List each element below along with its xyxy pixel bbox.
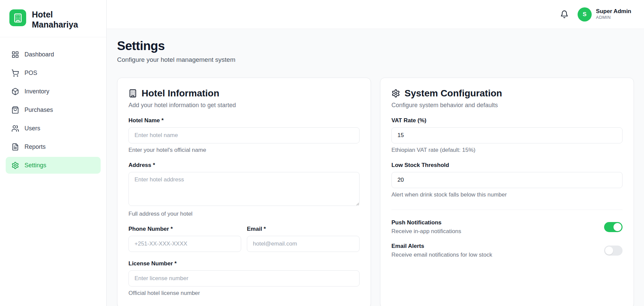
hotel-information-card: Hotel Information Add your hotel informa… — [117, 78, 371, 306]
users-icon — [11, 125, 19, 132]
dashboard-grid-icon — [11, 51, 19, 58]
low-stock-input[interactable] — [391, 172, 623, 188]
vat-label: VAT Rate (%) — [391, 117, 623, 124]
low-stock-help: Alert when drink stock falls below this … — [391, 191, 623, 198]
notifications-button[interactable] — [560, 10, 569, 18]
hotel-name-field-group: Hotel Name * Enter your hotel's official… — [128, 117, 360, 154]
sidebar-item-label: Purchases — [24, 106, 53, 114]
user-role: ADMIN — [596, 15, 631, 20]
file-text-icon — [11, 143, 19, 151]
address-help: Full address of your hotel — [128, 211, 360, 217]
address-textarea[interactable] — [128, 172, 360, 206]
push-notifications-desc: Receive in-app notifications — [391, 228, 461, 235]
email-alerts-row: Email Alerts Receive email notifications… — [391, 243, 623, 258]
phone-input[interactable] — [128, 236, 241, 252]
main-area: S Super Admin ADMIN Settings Configure y… — [107, 0, 644, 306]
email-alerts-toggle[interactable] — [604, 246, 623, 256]
bell-icon — [560, 10, 569, 18]
vat-field-group: VAT Rate (%) Ethiopian VAT rate (default… — [391, 117, 623, 154]
system-configuration-card: System Configuration Configure system be… — [380, 78, 634, 306]
sidebar: Hotel Manahariya Dashboard — [0, 0, 107, 306]
hotel-name-input[interactable] — [128, 127, 360, 143]
push-notifications-text: Push Notifications Receive in-app notifi… — [391, 219, 461, 235]
sidebar-item-label: POS — [24, 70, 37, 77]
address-label: Address * — [128, 162, 360, 169]
sidebar-nav: Dashboard POS Inventory — [0, 37, 106, 184]
page-subtitle: Configure your hotel management system — [117, 56, 634, 63]
sidebar-item-label: Dashboard — [24, 51, 54, 58]
sidebar-item-reports[interactable]: Reports — [6, 138, 101, 155]
card-subtitle: Configure system behavior and defaults — [391, 102, 623, 109]
user-name: Super Admin — [596, 8, 631, 15]
sidebar-item-label: Inventory — [24, 88, 49, 95]
vat-input[interactable] — [391, 127, 623, 143]
email-input[interactable] — [247, 236, 360, 252]
phone-label: Phone Number * — [128, 226, 241, 232]
gear-icon — [11, 162, 19, 169]
shopping-bag-icon — [11, 106, 19, 114]
email-alerts-label: Email Alerts — [391, 243, 492, 250]
sidebar-item-inventory[interactable]: Inventory — [6, 83, 101, 100]
license-field-group: License Number * Official hotel license … — [128, 260, 360, 297]
push-notifications-label: Push Notifications — [391, 219, 461, 226]
avatar: S — [578, 7, 592, 21]
card-title-text: Hotel Information — [142, 88, 219, 99]
card-subtitle: Add your hotel information to get starte… — [128, 102, 360, 109]
settings-page: Settings Configure your hotel management… — [107, 29, 644, 306]
email-alerts-text: Email Alerts Receive email notifications… — [391, 243, 492, 258]
address-field-group: Address * Full address of your hotel — [128, 162, 360, 217]
phone-field-group: Phone Number * — [128, 226, 241, 252]
sidebar-item-settings[interactable]: Settings — [6, 157, 101, 174]
cards-row: Hotel Information Add your hotel informa… — [117, 78, 634, 306]
low-stock-label: Low Stock Threshold — [391, 162, 623, 169]
email-label: Email * — [247, 226, 360, 232]
user-menu[interactable]: S Super Admin ADMIN — [578, 7, 631, 21]
page-title: Settings — [117, 39, 634, 53]
vat-help: Ethiopian VAT rate (default: 15%) — [391, 147, 623, 154]
sidebar-item-pos[interactable]: POS — [6, 64, 101, 81]
sidebar-item-label: Settings — [24, 162, 46, 169]
package-icon — [11, 88, 19, 95]
card-title-text: System Configuration — [405, 88, 502, 99]
gear-icon — [391, 89, 400, 98]
system-configuration-header: System Configuration — [391, 88, 623, 99]
user-info: Super Admin ADMIN — [596, 8, 631, 20]
sidebar-item-users[interactable]: Users — [6, 120, 101, 137]
notification-toggles-section: Push Notifications Receive in-app notifi… — [391, 210, 623, 258]
brand: Hotel Manahariya — [0, 0, 106, 37]
sidebar-item-dashboard[interactable]: Dashboard — [6, 46, 101, 63]
toggle-knob — [613, 223, 622, 231]
low-stock-field-group: Low Stock Threshold Alert when drink sto… — [391, 162, 623, 198]
hotel-name-label: Hotel Name * — [128, 117, 360, 124]
push-notifications-row: Push Notifications Receive in-app notifi… — [391, 219, 623, 235]
hotel-information-header: Hotel Information — [128, 88, 360, 99]
hotel-name-help: Enter your hotel's official name — [128, 147, 360, 154]
building-icon — [9, 9, 26, 26]
email-alerts-desc: Receive email notifications for low stoc… — [391, 252, 492, 258]
topbar: S Super Admin ADMIN — [107, 0, 644, 29]
toggle-knob — [605, 247, 613, 255]
sidebar-item-label: Reports — [24, 143, 46, 150]
shopping-cart-icon — [11, 69, 19, 77]
phone-email-row: Phone Number * Email * — [128, 226, 360, 252]
sidebar-item-purchases[interactable]: Purchases — [6, 101, 101, 118]
email-field-group: Email * — [247, 226, 360, 252]
license-label: License Number * — [128, 260, 360, 267]
push-notifications-toggle[interactable] — [604, 222, 623, 232]
building-icon — [128, 89, 137, 98]
brand-name: Hotel Manahariya — [32, 9, 89, 30]
license-help: Official hotel license number — [128, 290, 360, 297]
app-root: Hotel Manahariya Dashboard — [0, 0, 644, 306]
sidebar-item-label: Users — [24, 125, 40, 132]
license-input[interactable] — [128, 270, 360, 287]
